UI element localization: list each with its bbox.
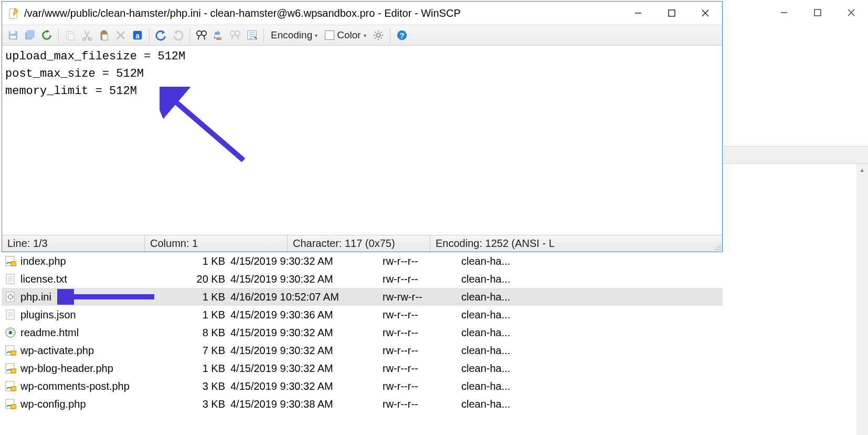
file-name: wp-config.php: [20, 398, 173, 410]
parent-scrollbar[interactable]: ▴: [856, 164, 868, 435]
file-rights: rw-r--r--: [383, 362, 461, 375]
svg-point-32: [717, 249, 718, 250]
svg-rect-9: [68, 33, 74, 40]
table-row[interactable]: wp-activate.php7 KB4/15/2019 9:30:32 AMr…: [2, 341, 723, 359]
file-name: plugins.json: [20, 309, 173, 321]
file-icon: [5, 273, 16, 285]
file-changed: 4/15/2019 9:30:38 AM: [230, 398, 383, 410]
svg-rect-7: [27, 30, 35, 38]
file-owner: clean-ha...: [461, 291, 545, 303]
paste-button[interactable]: [96, 27, 112, 43]
redo-button[interactable]: [170, 27, 186, 43]
editor-line: post_max_size = 512M: [5, 67, 144, 80]
save-all-button[interactable]: [22, 27, 38, 43]
file-size: 1 KB: [173, 255, 230, 267]
svg-point-29: [717, 247, 718, 248]
file-name: wp-blog-header.php: [20, 362, 173, 375]
color-dropdown[interactable]: Color▾: [322, 27, 369, 43]
svg-point-33: [719, 249, 721, 250]
file-changed: 4/16/2019 10:52:07 AM: [230, 291, 383, 303]
file-icon: [5, 398, 16, 410]
file-changed: 4/15/2019 9:30:36 AM: [230, 309, 383, 321]
svg-rect-13: [102, 30, 105, 33]
select-all-button[interactable]: a: [130, 27, 145, 43]
bg-minimize-button[interactable]: [767, 2, 801, 24]
file-owner: clean-ha...: [461, 255, 545, 267]
file-owner: clean-ha...: [461, 309, 545, 321]
cut-button[interactable]: [79, 27, 95, 43]
file-rights: rw-r--r--: [383, 398, 461, 410]
file-list[interactable]: index.php1 KB4/15/2019 9:30:32 AMrw-r--r…: [2, 252, 723, 413]
svg-rect-36: [6, 274, 14, 284]
file-name: readme.html: [20, 327, 173, 339]
chevron-down-icon: ▾: [315, 33, 317, 38]
file-owner: clean-ha...: [461, 398, 545, 410]
maximize-button[interactable]: [655, 3, 689, 24]
svg-rect-51: [11, 405, 16, 409]
file-size: 8 KB: [173, 327, 230, 339]
bg-maximize-button[interactable]: [801, 2, 834, 24]
file-name: license.txt: [20, 273, 173, 285]
svg-point-21: [230, 31, 235, 36]
file-name: index.php: [20, 255, 173, 267]
table-row[interactable]: wp-comments-post.php3 KB4/15/2019 9:30:3…: [2, 377, 723, 395]
file-icon: [5, 345, 16, 356]
file-changed: 4/15/2019 9:30:32 AM: [230, 327, 383, 339]
table-row[interactable]: plugins.json1 KB4/15/2019 9:30:36 AMrw-r…: [2, 306, 723, 324]
copy-button[interactable]: [62, 27, 78, 43]
delete-button[interactable]: [113, 27, 129, 43]
file-changed: 4/15/2019 9:30:32 AM: [230, 380, 383, 392]
editor-line: upload_max_filesize = 512M: [5, 50, 185, 63]
bg-close-button[interactable]: [834, 2, 868, 24]
svg-point-17: [197, 31, 202, 36]
resize-grip-icon[interactable]: [712, 235, 722, 252]
table-row[interactable]: index.php1 KB4/15/2019 9:30:32 AMrw-r--r…: [2, 252, 723, 270]
table-row[interactable]: wp-blog-header.php1 KB4/15/2019 9:30:32 …: [2, 359, 723, 377]
find-next-button[interactable]: [227, 27, 243, 43]
reload-button[interactable]: [39, 27, 55, 43]
encoding-dropdown[interactable]: Encoding▾: [268, 27, 321, 43]
file-size: 1 KB: [173, 291, 230, 303]
table-row[interactable]: license.txt20 KB4/15/2019 9:30:32 AMrw-r…: [2, 270, 723, 288]
file-rights: rw-r--r--: [383, 327, 461, 339]
find-button[interactable]: [194, 27, 209, 43]
svg-point-22: [235, 31, 240, 36]
titlebar[interactable]: /var/www/public/clean-hamster/php.ini - …: [2, 2, 722, 25]
file-name: wp-comments-post.php: [20, 380, 173, 392]
file-icon: [5, 327, 16, 338]
annotation-arrow-icon: [57, 289, 157, 305]
file-owner: clean-ha...: [461, 345, 545, 357]
file-rights: rw-r--r--: [383, 380, 461, 392]
svg-rect-2: [669, 10, 675, 16]
toolbar: a abac Encoding▾ Color▾ ?: [2, 25, 722, 46]
svg-rect-49: [11, 387, 16, 391]
save-button[interactable]: [5, 27, 21, 43]
parent-window: [716, 0, 868, 435]
file-size: 3 KB: [173, 380, 230, 392]
close-button[interactable]: [689, 3, 722, 24]
status-column: Column: 1: [145, 235, 288, 252]
file-owner: clean-ha...: [461, 380, 545, 392]
app-icon: [7, 7, 20, 19]
editor-text-area[interactable]: upload_max_filesize = 512M post_max_size…: [2, 46, 722, 235]
file-changed: 4/15/2019 9:30:32 AM: [230, 362, 383, 375]
file-icon: [5, 362, 16, 374]
replace-button[interactable]: abac: [210, 27, 226, 43]
file-rights: rw-rw-r--: [383, 291, 461, 303]
svg-text:ab: ab: [215, 30, 220, 36]
undo-button[interactable]: [153, 27, 169, 43]
scroll-up-icon[interactable]: ▴: [856, 164, 868, 175]
svg-rect-35: [11, 262, 16, 266]
svg-point-30: [719, 247, 721, 248]
goto-line-button[interactable]: [244, 27, 260, 43]
annotation-arrow-icon: [160, 87, 254, 165]
table-row[interactable]: php.ini1 KB4/16/2019 10:52:07 AMrw-rw-r-…: [2, 288, 723, 306]
minimize-button[interactable]: [621, 3, 655, 24]
preferences-button[interactable]: [371, 27, 386, 43]
file-size: 1 KB: [173, 362, 230, 375]
table-row[interactable]: readme.html8 KB4/15/2019 9:30:32 AMrw-r-…: [2, 324, 723, 341]
status-bar: Line: 1/3 Column: 1 Character: 117 (0x75…: [2, 235, 722, 252]
svg-point-28: [719, 245, 721, 246]
help-button[interactable]: ?: [394, 27, 410, 43]
table-row[interactable]: wp-config.php3 KB4/15/2019 9:30:38 AMrw-…: [2, 395, 723, 413]
